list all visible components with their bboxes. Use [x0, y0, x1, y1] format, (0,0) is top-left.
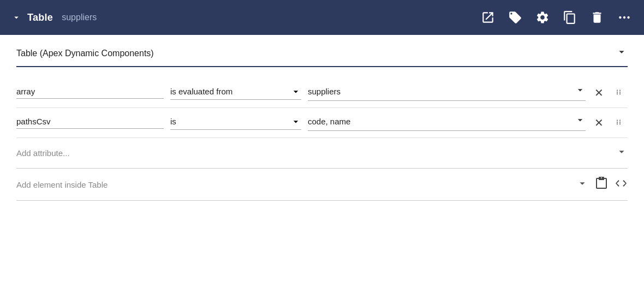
attr-value-pathscsv: code, name: [308, 115, 586, 131]
add-attribute-label: Add attribute...: [16, 148, 616, 158]
settings-icon[interactable]: [534, 9, 551, 26]
add-attribute-row[interactable]: Add attribute...: [16, 138, 628, 169]
attr-operator-array[interactable]: is evaluated from: [170, 86, 301, 100]
component-selector[interactable]: Table (Apex Dynamic Components): [16, 46, 628, 67]
add-attribute-chevron-icon[interactable]: [616, 146, 628, 160]
component-selector-chevron-icon[interactable]: [616, 46, 628, 61]
operator-chevron-icon-pathscsv[interactable]: [290, 116, 301, 127]
open-external-icon[interactable]: [479, 9, 497, 26]
value-chevron-icon-array[interactable]: [575, 85, 586, 98]
more-options-icon[interactable]: [616, 9, 633, 26]
delete-icon[interactable]: [588, 9, 606, 26]
clipboard-icon[interactable]: [595, 176, 608, 193]
clear-value-icon-pathscsv[interactable]: ✕: [592, 116, 606, 129]
attr-value-text-array: suppliers: [308, 87, 575, 96]
operator-chevron-icon-array[interactable]: [290, 86, 301, 97]
attr-name-pathscsv: pathsCsv: [16, 117, 164, 129]
component-selector-label: Table (Apex Dynamic Components): [16, 49, 616, 58]
header-bar: Table suppliers: [0, 0, 644, 35]
add-element-label: Add element inside Table: [16, 180, 576, 189]
attr-value-text-pathscsv: code, name: [308, 117, 575, 126]
header-title: Table: [27, 12, 53, 23]
drag-handle-icon-pathscsv[interactable]: [612, 116, 628, 130]
collapse-chevron-icon[interactable]: [11, 12, 22, 23]
header-actions: [479, 9, 633, 26]
attr-operator-pathscsv[interactable]: is: [170, 116, 301, 130]
attribute-row-pathscsv: pathsCsv is code, name ✕: [16, 108, 628, 138]
attribute-row-array: array is evaluated from suppliers ✕: [16, 78, 628, 108]
header-subtitle: suppliers: [62, 13, 97, 22]
header-left: Table suppliers: [11, 12, 479, 23]
attr-value-array: suppliers: [308, 85, 586, 101]
add-element-chevron-icon[interactable]: [576, 177, 588, 192]
tag-icon[interactable]: [506, 9, 524, 26]
attr-operator-text-pathscsv: is: [170, 117, 176, 126]
value-chevron-icon-pathscsv[interactable]: [575, 115, 586, 128]
drag-handle-icon-array[interactable]: [612, 86, 628, 100]
attr-name-array: array: [16, 87, 164, 99]
copy-icon[interactable]: [561, 9, 579, 26]
add-element-row: Add element inside Table: [16, 169, 628, 201]
clear-value-icon-array[interactable]: ✕: [592, 86, 606, 99]
attr-operator-text-array: is evaluated from: [170, 87, 232, 96]
code-icon[interactable]: [615, 177, 628, 193]
main-content: Table (Apex Dynamic Components) array is…: [0, 35, 644, 212]
